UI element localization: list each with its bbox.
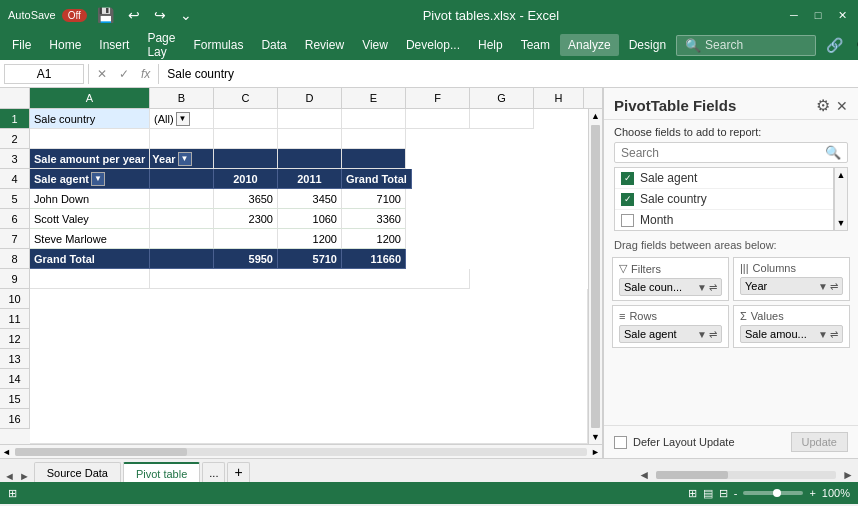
tab-next-btn[interactable]: ► — [19, 470, 30, 482]
checkbox-sale-country[interactable]: ✓ — [621, 193, 634, 206]
redo-icon[interactable]: ↪ — [150, 5, 170, 25]
menu-home[interactable]: Home — [41, 34, 89, 56]
share-icon[interactable]: 🔗 — [822, 35, 847, 55]
cell-b8[interactable] — [150, 249, 214, 269]
values-field-dropdown[interactable]: ▼ — [818, 329, 828, 340]
values-field-move[interactable]: ⇌ — [830, 329, 838, 340]
field-scroll-up[interactable]: ▲ — [835, 168, 848, 182]
columns-field-box[interactable]: Year ▼ ⇌ — [740, 277, 843, 295]
cell-b2[interactable] — [150, 129, 214, 149]
cell-b1[interactable]: (All)▼ — [150, 109, 214, 129]
cell-a7[interactable]: Steve Marlowe — [30, 229, 150, 249]
scroll-left-btn[interactable]: ◄ — [0, 447, 13, 457]
cell-reference[interactable] — [4, 64, 84, 84]
pivot-search-input[interactable] — [621, 146, 825, 160]
cell-d4[interactable]: 2011 — [278, 169, 342, 189]
cell-a2[interactable] — [30, 129, 150, 149]
cell-c7[interactable] — [214, 229, 278, 249]
save-icon[interactable]: 💾 — [93, 5, 118, 25]
menu-review[interactable]: Review — [297, 34, 352, 56]
cell-d1[interactable] — [278, 109, 342, 129]
rows-field-move[interactable]: ⇌ — [709, 329, 717, 340]
menu-page-layout[interactable]: Page Lay — [139, 27, 183, 63]
defer-checkbox[interactable] — [614, 436, 627, 449]
horizontal-scrollbar[interactable]: ◄ ► — [0, 444, 602, 458]
cell-e6[interactable]: 3360 — [342, 209, 406, 229]
cell-c5[interactable]: 3650 — [214, 189, 278, 209]
cell-d7[interactable]: 1200 — [278, 229, 342, 249]
zoom-minus-btn[interactable]: - — [734, 487, 738, 499]
maximize-button[interactable]: □ — [810, 7, 826, 23]
cell-c3[interactable] — [214, 149, 278, 169]
view-layout-icon[interactable]: ▤ — [703, 487, 713, 500]
cell-a1[interactable]: Sale country — [30, 109, 150, 129]
tab-scrollbar-track[interactable] — [656, 471, 836, 479]
minimize-button[interactable]: ─ — [786, 7, 802, 23]
add-tab-button[interactable]: + — [227, 462, 249, 482]
filter-field-move[interactable]: ⇌ — [709, 282, 717, 293]
field-list-scrollbar[interactable]: ▲ ▼ — [834, 167, 848, 231]
cell-e3[interactable] — [342, 149, 406, 169]
cell-b5[interactable] — [150, 189, 214, 209]
tab-source-data[interactable]: Source Data — [34, 462, 121, 482]
year-dropdown[interactable]: ▼ — [178, 152, 192, 166]
checkbox-month[interactable] — [621, 214, 634, 227]
columns-field-move[interactable]: ⇌ — [830, 281, 838, 292]
status-bar-icon1[interactable]: ⊞ — [8, 487, 17, 500]
cell-a3[interactable]: Sale amount per year — [30, 149, 150, 169]
cell-c8[interactable]: 5950 — [214, 249, 278, 269]
scroll-right-btn[interactable]: ► — [589, 447, 602, 457]
pivot-settings-icon[interactable]: ⚙ — [816, 96, 830, 115]
cell-d6[interactable]: 1060 — [278, 209, 342, 229]
menu-developer[interactable]: Develop... — [398, 34, 468, 56]
field-item-month[interactable]: Month — [615, 210, 833, 230]
comments-icon[interactable]: 💬 — [853, 35, 858, 55]
field-scroll-down[interactable]: ▼ — [835, 216, 848, 230]
tab-scroll-left[interactable]: ◄ — [638, 468, 650, 482]
cell-a6[interactable]: Scott Valey — [30, 209, 150, 229]
agent-dropdown[interactable]: ▼ — [91, 172, 105, 186]
scroll-down-btn[interactable]: ▼ — [589, 430, 602, 444]
cell-d5[interactable]: 3450 — [278, 189, 342, 209]
cell-b7[interactable] — [150, 229, 214, 249]
cell-e8[interactable]: 11660 — [342, 249, 406, 269]
tab-prev-btn[interactable]: ◄ — [4, 470, 15, 482]
cell-a5[interactable]: John Down — [30, 189, 150, 209]
menu-design[interactable]: Design — [621, 34, 674, 56]
cell-d3[interactable] — [278, 149, 342, 169]
cell-e4[interactable]: Grand Total — [342, 169, 412, 189]
tab-ellipsis[interactable]: ... — [202, 462, 225, 482]
cell-c1[interactable] — [214, 109, 278, 129]
cell-f1[interactable] — [406, 109, 470, 129]
view-page-icon[interactable]: ⊟ — [719, 487, 728, 500]
zoom-slider[interactable] — [743, 491, 803, 495]
close-button[interactable]: ✕ — [834, 7, 850, 23]
zoom-plus-btn[interactable]: + — [809, 487, 815, 499]
columns-field-dropdown[interactable]: ▼ — [818, 281, 828, 292]
scroll-up-btn[interactable]: ▲ — [589, 109, 602, 123]
cell-a8[interactable]: Grand Total — [30, 249, 150, 269]
tab-scroll-right[interactable]: ► — [842, 468, 854, 482]
field-item-sale-agent[interactable]: ✓ Sale agent — [615, 168, 833, 189]
cell-e5[interactable]: 7100 — [342, 189, 406, 209]
confirm-formula-icon[interactable]: ✓ — [115, 67, 133, 81]
update-button[interactable]: Update — [791, 432, 848, 452]
pivot-close-icon[interactable]: ✕ — [836, 98, 848, 114]
menu-analyze[interactable]: Analyze — [560, 34, 619, 56]
cell-b3[interactable]: Year▼ — [150, 149, 214, 169]
filter-dropdown-b1[interactable]: ▼ — [176, 112, 190, 126]
tab-pivot-table[interactable]: Pivot table — [123, 462, 200, 482]
vertical-scrollbar[interactable]: ▲ ▼ — [588, 109, 602, 444]
menu-team[interactable]: Team — [513, 34, 558, 56]
cell-a9[interactable] — [30, 269, 150, 289]
cell-d2[interactable] — [278, 129, 342, 149]
cell-a4[interactable]: Sale agent▼ — [30, 169, 150, 189]
menu-view[interactable]: View — [354, 34, 396, 56]
cell-e2[interactable] — [342, 129, 406, 149]
cell-c6[interactable]: 2300 — [214, 209, 278, 229]
cancel-formula-icon[interactable]: ✕ — [93, 67, 111, 81]
menu-formulas[interactable]: Formulas — [185, 34, 251, 56]
pivot-search-box[interactable]: 🔍 — [614, 142, 848, 163]
cell-b4[interactable] — [150, 169, 214, 189]
values-field-box[interactable]: Sale amou... ▼ ⇌ — [740, 325, 843, 343]
